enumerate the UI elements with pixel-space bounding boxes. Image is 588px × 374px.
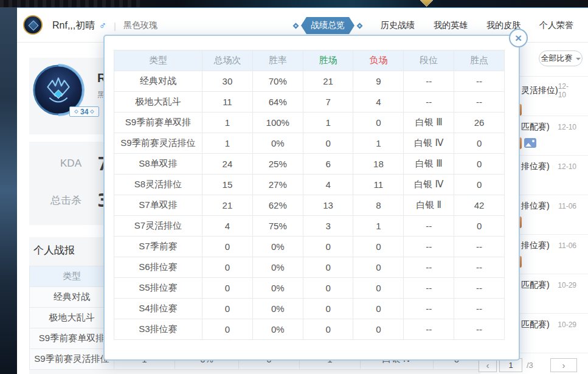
table-cell: 0 (353, 113, 404, 133)
table-cell: 30 (202, 71, 253, 92)
table-row: S7灵活排位475%31--0 (114, 216, 505, 237)
table-cell: -- (454, 319, 505, 340)
table-cell: 0 (454, 154, 505, 175)
match-date: 12-10 (558, 162, 588, 171)
match-list-item[interactable]: 排位赛)11-06 (520, 235, 588, 274)
match-list-item[interactable]: 匹配赛)12-10 (520, 116, 588, 156)
table-cell: S3排位赛 (114, 319, 202, 340)
stat-label: KDA (29, 158, 81, 170)
match-date: 11-06 (558, 241, 588, 250)
table-cell: 0 (353, 299, 404, 319)
match-title: 匹配赛) (521, 280, 550, 291)
table-cell: 0% (252, 319, 303, 340)
close-button[interactable]: × (509, 29, 528, 47)
table-cell: 70% (252, 71, 303, 92)
table-cell: 11 (353, 175, 404, 195)
table-cell: S5排位赛 (114, 278, 202, 299)
table-cell: 1 (303, 113, 353, 133)
column-header: 段位 (404, 50, 454, 71)
column-header: 类型 (114, 50, 202, 71)
table-cell: 7 (303, 92, 353, 113)
screenshot-image-icon (524, 138, 536, 148)
table-cell: S9季前赛灵活排位 (30, 349, 114, 370)
table-cell: -- (404, 216, 454, 237)
stats-overview-modal: × 类型总场次胜率胜场负场段位胜点 经典对战3070%219----极地大乱斗1… (103, 35, 520, 361)
table-cell: -- (454, 257, 505, 278)
level-badge: 34 (69, 106, 99, 117)
table-cell: 0 (353, 319, 404, 340)
table-row: S4排位赛00%00---- (114, 299, 505, 319)
next-page-button[interactable]: › (550, 358, 577, 372)
match-list-item[interactable]: 排位赛)12-10 (520, 156, 588, 195)
tab-1[interactable]: 历史战绩 (381, 20, 415, 31)
table-cell: S7灵活排位 (114, 216, 202, 237)
table-cell: 0 (303, 319, 353, 340)
table-cell: S9季前赛单双排 (30, 328, 114, 349)
table-cell: 8 (353, 195, 404, 216)
table-cell: -- (404, 299, 454, 319)
table-cell: -- (454, 71, 505, 92)
table-cell: 0 (202, 237, 253, 257)
level-value: 34 (80, 108, 88, 116)
background-sidebar-art (0, 7, 17, 374)
table-row: S5排位赛00%00---- (114, 278, 505, 299)
table-cell: S8单双排 (114, 154, 202, 175)
table-cell: 0 (454, 216, 505, 237)
table-cell: 13 (303, 195, 353, 216)
match-title: 匹配赛) (521, 319, 550, 330)
table-cell: 0 (353, 257, 404, 278)
match-list-item[interactable]: 匹配赛)10-29 (520, 314, 588, 353)
background-banner (0, 0, 588, 7)
table-cell: -- (404, 319, 454, 340)
table-cell: 0 (353, 237, 404, 257)
tab-4[interactable]: 个人荣誉 (539, 20, 573, 31)
table-cell: 3 (303, 216, 353, 237)
match-title: 匹配赛) (521, 122, 550, 133)
divider: | (114, 21, 116, 31)
table-cell: 100% (252, 113, 303, 133)
table-cell: 白银 Ⅳ (404, 175, 454, 195)
table-row: S8灵活排位1527%411白银 Ⅳ0 (114, 175, 505, 195)
table-cell: 42 (454, 195, 505, 216)
table-cell: -- (404, 92, 454, 113)
table-cell: -- (454, 299, 505, 319)
table-cell: 0 (454, 133, 505, 154)
tab-active[interactable]: 战绩总览 (294, 17, 362, 34)
app-window: Rnf,,,初晴 ♂ | 黑色玫瑰 战绩总览历史战绩我的英雄我的皮肤个人荣誉荣誉… (0, 0, 588, 374)
table-cell: 4 (353, 92, 404, 113)
match-filter-dropdown[interactable]: 全部比赛 (539, 50, 583, 66)
table-cell: -- (404, 237, 454, 257)
section-title: 个人战报 (33, 243, 75, 257)
table-cell: 0 (202, 319, 253, 340)
match-list-item[interactable]: 排位赛)11-06 (520, 195, 588, 235)
stat-label: 总击杀 (29, 193, 81, 207)
match-list-item[interactable]: 灵活排位)12-10 (520, 77, 588, 116)
table-cell: 1 (353, 133, 404, 154)
modal-stats-table: 类型总场次胜率胜场负场段位胜点 经典对战3070%219----极地大乱斗116… (114, 50, 505, 340)
table-cell: S9季前赛单双排 (114, 113, 202, 133)
table-cell: 18 (353, 154, 404, 175)
match-date: 12-10 (558, 82, 588, 99)
diamond-icon (74, 109, 78, 114)
tab-2[interactable]: 我的英雄 (434, 20, 468, 31)
table-cell: 4 (202, 216, 253, 237)
match-date: 10-29 (558, 281, 588, 289)
table-cell: 0 (303, 299, 353, 319)
match-list-item[interactable]: 匹配赛)10-29 (520, 274, 588, 314)
table-cell: S8灵活排位 (114, 175, 202, 195)
match-date: 12-10 (558, 123, 588, 131)
table-row: S7季前赛00%00---- (114, 237, 505, 257)
table-cell: 21 (202, 195, 253, 216)
table-row: S3排位赛00%00---- (114, 319, 505, 340)
table-cell: 64% (252, 92, 303, 113)
table-cell: 0% (252, 133, 303, 154)
player-name: Rnf,,,初晴 (52, 19, 95, 32)
table-cell: -- (404, 278, 454, 299)
table-cell: S4排位赛 (114, 299, 202, 319)
stats-header-row: 类型总场次胜率胜场负场段位胜点 (114, 50, 505, 71)
table-cell: 4 (303, 175, 353, 195)
table-row: S7单双排2162%138白银 Ⅱ42 (114, 195, 505, 216)
column-header: 总场次 (202, 50, 253, 71)
tab-label: 战绩总览 (301, 17, 355, 34)
table-cell: 27% (252, 175, 303, 195)
